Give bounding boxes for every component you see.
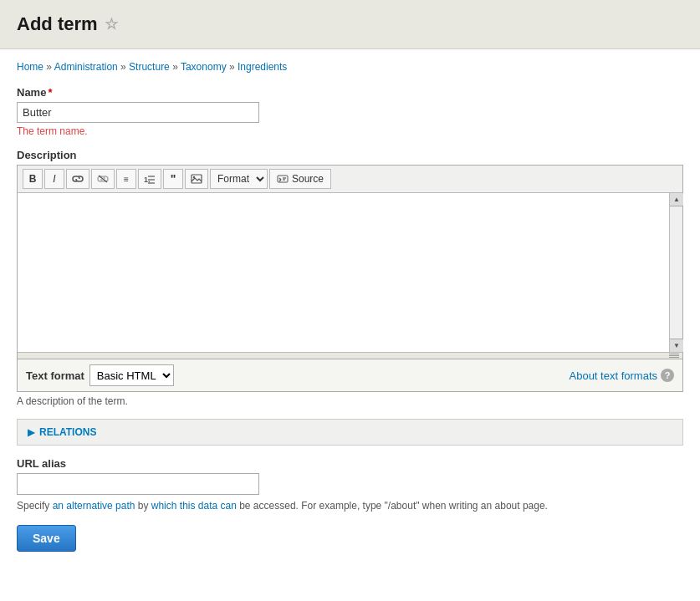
resize-grip-icon (669, 354, 679, 358)
editor-wrapper: B I ≡ 1 (17, 165, 683, 359)
blockquote-button[interactable]: " (163, 169, 183, 189)
url-alias-label: URL alias (17, 457, 683, 470)
unordered-list-button[interactable]: ≡ (116, 169, 136, 189)
name-label: Name* (17, 86, 683, 99)
page-title-text: Add term (17, 13, 98, 35)
scroll-down-button[interactable]: ▼ (670, 339, 683, 352)
page-title: Add term ☆ (17, 13, 683, 35)
format-select[interactable]: Format (210, 169, 268, 189)
description-label: Description (17, 149, 683, 161)
bold-button[interactable]: B (23, 169, 43, 189)
editor-toolbar: B I ≡ 1 (18, 166, 682, 193)
image-button[interactable] (185, 169, 208, 189)
text-format-select[interactable]: Basic HTML Full HTML Plain text (89, 364, 174, 386)
scroll-up-button[interactable]: ▲ (670, 193, 683, 206)
name-hint: The term name. (17, 125, 683, 137)
url-alias-section: URL alias Specify an alternative path by… (17, 457, 683, 513)
editor-area-container: ▲ ▼ (18, 193, 682, 352)
svg-rect-7 (278, 176, 288, 182)
breadcrumb-ingredients[interactable]: Ingredients (238, 61, 287, 73)
relations-header[interactable]: ▶ RELATIONS (18, 420, 682, 445)
name-form-item: Name* The term name. (17, 86, 683, 137)
relations-section: ▶ RELATIONS (17, 419, 683, 446)
breadcrumb-taxonomy[interactable]: Taxonomy (181, 61, 227, 73)
description-form-item: Description B I (17, 149, 683, 407)
help-icon: ? (661, 369, 674, 382)
text-format-left: Text format Basic HTML Full HTML Plain t… (26, 364, 174, 386)
description-textarea[interactable] (18, 193, 669, 352)
url-alias-hint-link-2[interactable]: which this data can (151, 500, 237, 512)
required-star: * (48, 86, 52, 99)
breadcrumb-administration[interactable]: Administration (54, 61, 118, 73)
editor-resize-handle[interactable] (18, 352, 682, 359)
breadcrumb-structure[interactable]: Structure (129, 61, 170, 73)
italic-button[interactable]: I (44, 169, 64, 189)
about-text-formats-link[interactable]: About text formats ? (570, 369, 675, 382)
text-format-label: Text format (26, 369, 84, 382)
name-input[interactable] (17, 102, 259, 123)
star-icon[interactable]: ☆ (105, 15, 118, 33)
url-alias-input[interactable] (17, 473, 259, 495)
text-format-bar: Text format Basic HTML Full HTML Plain t… (17, 359, 683, 392)
source-label: Source (292, 173, 324, 185)
source-button[interactable]: Source (269, 169, 331, 189)
relations-arrow-icon: ▶ (28, 427, 34, 438)
page-content: Home » Administration » Structure » Taxo… (0, 49, 700, 563)
breadcrumb-home[interactable]: Home (17, 61, 43, 73)
description-field-hint: A description of the term. (17, 395, 683, 407)
breadcrumb: Home » Administration » Structure » Taxo… (17, 61, 683, 73)
svg-rect-5 (192, 175, 202, 183)
url-alias-hint-link-1[interactable]: an alternative path (53, 500, 135, 512)
editor-scrollbar: ▲ ▼ (669, 193, 682, 352)
page-header: Add term ☆ (0, 0, 700, 49)
about-text-formats-label: About text formats (570, 369, 658, 382)
save-button[interactable]: Save (17, 525, 76, 552)
link-button[interactable] (66, 169, 89, 189)
relations-label: RELATIONS (39, 426, 96, 438)
url-alias-hint: Specify an alternative path by which thi… (17, 498, 683, 513)
unlink-button[interactable] (91, 169, 115, 189)
ordered-list-button[interactable]: 1. (138, 169, 161, 189)
